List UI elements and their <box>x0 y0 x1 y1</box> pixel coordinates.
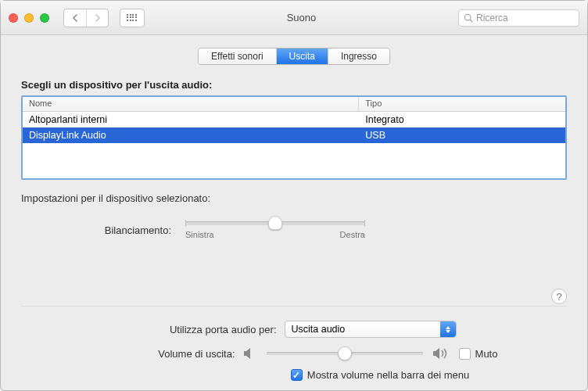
balance-label: Bilanciamento: <box>85 224 171 236</box>
window-title: Suono <box>151 12 452 23</box>
close-button[interactable] <box>9 13 18 23</box>
traffic-lights <box>9 13 49 23</box>
forward-button[interactable] <box>86 9 108 27</box>
column-name[interactable]: Nome <box>23 97 359 111</box>
volume-row: Volume di uscita: Muto <box>91 347 498 360</box>
bottom-section: Utilizza porta audio per: Uscita audio V… <box>21 306 567 381</box>
slider-thumb[interactable] <box>268 216 282 230</box>
device-name: Altoparlanti interni <box>23 113 359 126</box>
device-type: USB <box>359 129 565 142</box>
grid-icon <box>127 14 138 22</box>
sound-preferences-window: Suono Ricerca Effetti sonori Uscita Ingr… <box>0 0 588 391</box>
settings-for-device-label: Impostazioni per il dispositivo selezion… <box>21 192 567 204</box>
balance-slider[interactable] <box>185 221 365 225</box>
device-type: Integrato <box>359 113 565 126</box>
tab-bar: Effetti sonori Uscita Ingresso <box>21 48 567 65</box>
volume-low-icon <box>243 347 257 360</box>
balance-row: Bilanciamento: Sinistra Destra <box>21 221 567 239</box>
column-type[interactable]: Tipo <box>359 97 565 111</box>
svg-line-1 <box>470 20 472 22</box>
balance-right-label: Destra <box>340 230 365 239</box>
tab-input[interactable]: Ingresso <box>328 48 389 64</box>
help-button[interactable]: ? <box>551 289 567 304</box>
back-button[interactable] <box>64 9 86 27</box>
select-arrows-icon <box>440 321 456 337</box>
chevron-left-icon <box>71 14 79 22</box>
minimize-button[interactable] <box>24 13 34 23</box>
show-in-menubar-checkbox[interactable] <box>291 369 303 381</box>
content-area: Effetti sonori Uscita Ingresso Scegli un… <box>1 35 587 390</box>
nav-buttons <box>63 9 109 27</box>
device-name: DisplayLink Audio <box>23 129 359 142</box>
balance-left-label: Sinistra <box>185 230 214 239</box>
search-icon <box>464 13 473 23</box>
table-row[interactable]: DisplayLink Audio USB <box>23 127 565 143</box>
port-value: Uscita audio <box>292 324 346 335</box>
port-row: Utilizza porta audio per: Uscita audio <box>132 321 457 338</box>
menubar-checkbox-label: Mostra volume nella barra dei menu <box>307 369 469 381</box>
table-row[interactable]: Altoparlanti interni Integrato <box>23 112 565 127</box>
search-placeholder: Ricerca <box>476 13 508 23</box>
chevron-right-icon <box>94 14 102 22</box>
search-field[interactable]: Ricerca <box>458 9 579 27</box>
slider-thumb[interactable] <box>338 346 352 361</box>
choose-device-label: Scegli un dispositivo per l'uscita audio… <box>21 79 567 91</box>
zoom-button[interactable] <box>40 13 49 23</box>
svg-point-0 <box>465 14 471 20</box>
output-volume-slider[interactable] <box>267 352 423 355</box>
menubar-checkbox-row: Mostra volume nella barra dei menu <box>119 369 469 381</box>
show-all-button[interactable] <box>120 9 145 27</box>
volume-high-icon <box>432 347 450 360</box>
tab-effects[interactable]: Effetti sonori <box>199 48 276 64</box>
device-table: Nome Tipo Altoparlanti interni Integrato… <box>21 95 567 180</box>
table-header: Nome Tipo <box>23 97 565 112</box>
mute-checkbox[interactable] <box>459 348 471 360</box>
port-label: Utilizza porta audio per: <box>132 324 277 335</box>
tab-output[interactable]: Uscita <box>277 48 328 64</box>
volume-label: Volume di uscita: <box>91 348 235 360</box>
port-select[interactable]: Uscita audio <box>285 321 457 338</box>
mute-label: Muto <box>475 348 498 360</box>
titlebar: Suono Ricerca <box>1 1 587 35</box>
